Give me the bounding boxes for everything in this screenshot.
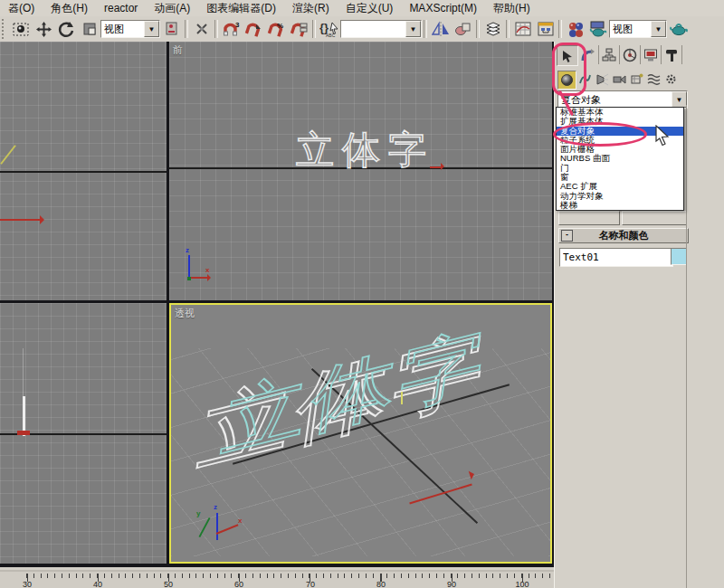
toolbar-separator [185,20,188,38]
align-icon[interactable] [452,19,474,40]
dropdown-item-doors[interactable]: 门 [557,164,683,173]
select-region-icon[interactable] [10,19,33,40]
viewport-front-label[interactable]: 前 [173,43,183,57]
viewport-area: 前 立体字 z x 透视 [0,42,554,567]
tripod-z-axis [188,255,190,279]
mouse-cursor [654,125,670,147]
viewport-perspective[interactable]: 透视 立体字 立体字 z x y [169,303,552,564]
tripod-x-axis [188,277,209,279]
menu-animation[interactable]: 动画(A) [146,0,198,17]
toolbar-separator [476,20,480,38]
angle-snap-icon[interactable] [243,19,265,40]
toolbar-grip[interactable] [2,19,8,39]
gizmo-x-mark [17,431,30,435]
toolbar-separator [506,20,510,38]
layers-icon[interactable] [481,19,504,40]
name-color-rollout-title: 名称和颜色 [599,230,649,241]
combo-arrow-icon[interactable]: ▼ [672,91,687,108]
render-view-combo[interactable]: 视图 ▼ [609,20,667,38]
x-axis-arrowhead [40,215,49,224]
menu-rendering[interactable]: 渲染(R) [284,0,338,17]
render-view-value: 视图 [610,23,651,36]
yellow-tick [401,392,403,404]
menu-character[interactable]: 角色(H) [43,0,96,17]
tab-display[interactable] [641,45,662,64]
dropdown-item-stairs[interactable]: 楼梯 [557,201,683,210]
annotation-ellipse-compound-objects [553,122,647,147]
tripod-y-axis [187,277,191,280]
toolbar-separator [214,20,218,38]
ruler-number: 100 [511,580,533,588]
category-lights[interactable] [594,71,611,88]
named-selection-combo[interactable]: ▼ [340,20,422,38]
menu-modifiers[interactable]: 器(O) [0,0,43,17]
toolbar-separator [424,20,427,38]
tab-motion[interactable] [620,45,641,64]
spline-fragment-faint [23,348,24,398]
tripod-x-arrowhead [207,274,214,281]
schematic-view-icon[interactable] [534,19,557,40]
manipulate-icon[interactable] [190,19,213,40]
3dsmax-window: 器(O) 角色(H) reactor 动画(A) 图表编辑器(D) 渲染(R) … [0,0,724,588]
dropdown-item-nurbs-surfaces[interactable]: NURBS 曲面 [557,154,683,163]
rotate-icon[interactable] [55,19,78,40]
dropdown-item-dynamics-objects[interactable]: 动力学对象 [557,192,683,201]
menu-reactor[interactable]: reactor [96,1,146,15]
category-space-warps[interactable] [645,71,662,88]
ruler-number: 50 [157,580,179,588]
curve-editor-icon[interactable] [511,19,534,40]
panel-edge [686,105,687,588]
category-cameras[interactable] [611,71,628,88]
use-center-icon[interactable] [160,19,183,40]
ruler-number: 80 [370,580,392,588]
rollout-collapse-button[interactable]: - [561,230,573,242]
category-helpers[interactable] [628,71,645,88]
svg-text:ABC: ABC [326,33,336,38]
dropdown-item-aec-extended[interactable]: AEC 扩展 [557,182,683,191]
combo-arrow-icon[interactable]: ▼ [651,21,666,37]
reference-coordinate-combo[interactable]: 视图 ▼ [100,20,160,38]
category-systems[interactable] [662,71,680,88]
tripod-y-label: y [196,509,200,517]
main-toolbar: 视图 ▼ 3 % {}ABC ▼ [0,16,724,43]
x-axis-arrow [0,219,40,221]
text-object-front[interactable]: 立体字 [296,125,434,175]
home-grid-axis [0,171,167,173]
viewport-front[interactable]: 前 立体字 z x [169,42,552,300]
mirror-icon[interactable] [429,19,452,40]
toolbar-separator [312,20,316,38]
viewport-perspective-label[interactable]: 透视 [175,307,195,320]
material-editor-icon[interactable] [564,19,586,40]
viewport-top[interactable] [0,42,167,300]
dropdown-item-windows[interactable]: 窗 [557,173,683,182]
object-type-button-fragment[interactable] [558,211,620,225]
combo-arrow-icon[interactable]: ▼ [144,21,159,37]
menu-help[interactable]: 帮助(H) [485,0,538,17]
dropdown-item-standard-primitives[interactable]: 标准基本体 [557,108,683,117]
tab-hierarchy[interactable] [599,45,620,64]
spinner-snap-icon[interactable] [288,19,310,40]
menu-customize[interactable]: 自定义(U) [338,0,402,17]
menu-graph-editors[interactable]: 图表编辑器(D) [198,0,284,17]
move-icon[interactable] [33,19,55,40]
snap-toggle-3d-icon[interactable]: 3 [220,19,243,40]
svg-text:%: % [277,22,283,30]
tripod-z-label: z [214,503,217,511]
object-name-field[interactable] [559,248,673,267]
scale-icon[interactable] [78,19,100,40]
viewport-left[interactable] [0,303,167,564]
reference-coordinate-value: 视图 [101,23,144,36]
name-color-rollout-header[interactable]: - 名称和颜色 [558,228,689,243]
percent-snap-icon[interactable]: % [265,19,288,40]
tab-utilities[interactable] [662,45,682,64]
combo-arrow-icon[interactable]: ▼ [405,21,421,37]
gizmo-x-arrowhead [441,163,448,170]
render-setup-icon[interactable] [586,19,609,40]
object-color-swatch[interactable] [671,248,687,265]
quick-render-icon[interactable] [667,19,690,40]
object-type-button-fragment[interactable] [622,211,687,225]
track-bar-ruler[interactable]: 30 40 50 60 70 80 90 100 [0,570,554,588]
menu-maxscript[interactable]: MAXScript(M) [401,1,485,15]
annotation-rect-create-geometry [552,43,586,96]
edit-named-selections-icon[interactable]: {}ABC [318,19,340,40]
